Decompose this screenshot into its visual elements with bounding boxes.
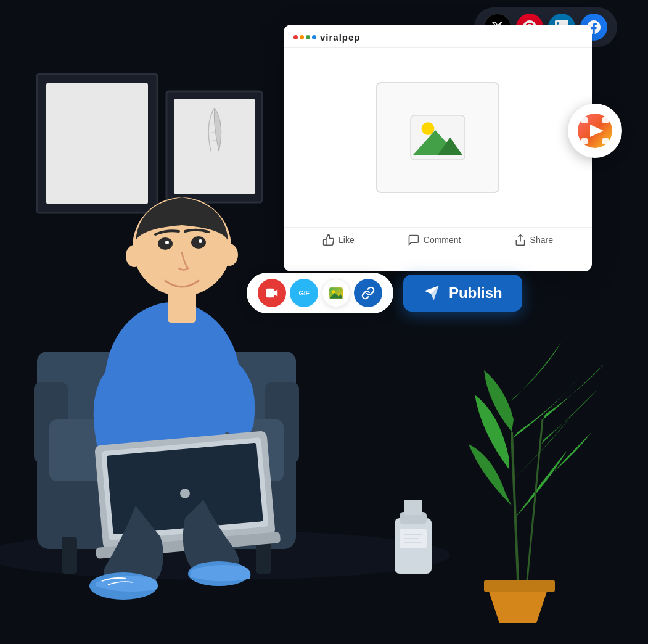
svg-point-20 xyxy=(180,489,190,498)
like-icon xyxy=(322,234,335,246)
logo-dot-green xyxy=(306,35,310,39)
publish-button[interactable]: Publish xyxy=(403,275,522,312)
comment-button[interactable]: Comment xyxy=(408,234,461,246)
svg-rect-29 xyxy=(484,580,555,592)
svg-point-28 xyxy=(221,244,238,266)
svg-point-24 xyxy=(165,241,169,244)
svg-rect-34 xyxy=(404,500,422,515)
svg-rect-45 xyxy=(581,117,588,123)
logo-dot-red xyxy=(293,35,298,39)
share-label: Share xyxy=(530,235,553,245)
svg-point-23 xyxy=(158,237,173,250)
comment-label: Comment xyxy=(424,235,461,245)
browser-action-bar: Like Comment Share xyxy=(284,227,592,252)
toolbar-area: GIF xyxy=(247,273,522,313)
svg-point-54 xyxy=(332,290,335,293)
video-tool-icon xyxy=(265,286,279,300)
reel-icon-badge[interactable] xyxy=(568,104,622,158)
svg-rect-3 xyxy=(46,83,148,204)
link-tool-button[interactable] xyxy=(354,279,382,307)
app-logo-text: viralpep xyxy=(320,32,361,43)
svg-rect-50 xyxy=(266,289,274,298)
svg-point-40 xyxy=(422,122,435,135)
video-tool-button[interactable] xyxy=(258,279,286,307)
svg-rect-47 xyxy=(602,117,609,123)
post-image-placeholder xyxy=(376,82,499,193)
svg-marker-51 xyxy=(274,290,278,297)
svg-point-25 xyxy=(191,236,206,249)
svg-rect-48 xyxy=(602,138,609,144)
image-tool-button[interactable] xyxy=(322,279,350,307)
gif-tool-label: GIF xyxy=(299,289,310,297)
browser-window: viralpep xyxy=(284,25,592,271)
main-scene: viralpep xyxy=(0,0,648,644)
share-button[interactable]: Share xyxy=(514,234,553,246)
publish-label: Publish xyxy=(449,284,502,302)
gif-tool-button[interactable]: GIF xyxy=(290,279,318,307)
reel-svg-icon xyxy=(576,112,613,149)
svg-point-26 xyxy=(199,239,202,243)
share-icon xyxy=(514,234,527,246)
tool-buttons-pill: GIF xyxy=(247,273,393,313)
svg-rect-15 xyxy=(168,289,196,323)
browser-content-area xyxy=(284,48,592,227)
viralpep-logo-dots xyxy=(293,35,316,39)
svg-rect-11 xyxy=(62,537,77,574)
browser-header: viralpep xyxy=(284,25,592,48)
svg-rect-46 xyxy=(581,138,588,144)
logo-dot-orange xyxy=(300,35,304,39)
like-button[interactable]: Like xyxy=(322,234,355,246)
logo-dot-blue xyxy=(312,35,316,39)
publish-send-icon xyxy=(423,284,440,302)
link-tool-icon xyxy=(361,286,375,300)
like-label: Like xyxy=(338,235,355,245)
placeholder-image-icon xyxy=(407,113,469,162)
comment-icon xyxy=(408,234,420,246)
svg-point-27 xyxy=(126,245,143,267)
image-tool-icon xyxy=(328,285,344,301)
